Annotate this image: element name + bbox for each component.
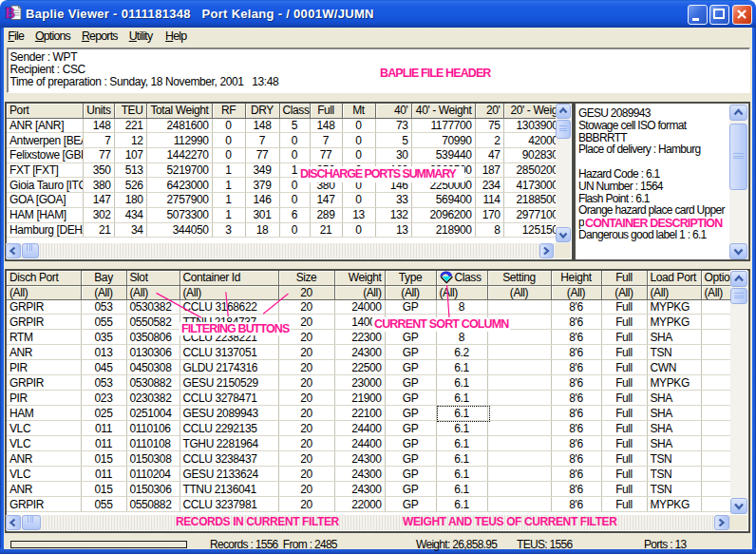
svg-text:B: B — [5, 5, 15, 21]
